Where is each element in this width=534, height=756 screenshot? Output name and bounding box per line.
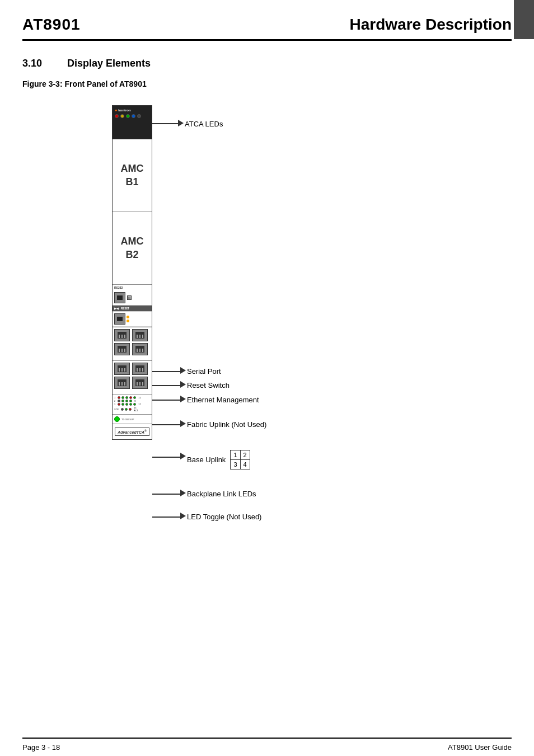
rj45-base-inner-2 xyxy=(135,365,144,372)
footer: Page 3 - 18 AT8901 User Guide xyxy=(0,738,534,756)
bp-led-5 xyxy=(133,396,136,399)
eth-inner xyxy=(117,317,123,321)
ethernet-icon xyxy=(114,313,125,325)
ethernet-mgmt-block xyxy=(113,312,152,327)
led-3 xyxy=(126,114,130,118)
rs232-label: RS232 xyxy=(113,285,152,290)
bp-led-1 xyxy=(118,396,120,399)
eth-led-group xyxy=(127,316,129,322)
figure-caption: Figure 3-3: Front Panel of AT8901 xyxy=(0,69,534,94)
rj45-inner-2 xyxy=(135,332,144,339)
cell-2: 2 xyxy=(240,450,250,460)
reset-switch-label: Reset Switch xyxy=(187,380,229,390)
cell-4: 4 xyxy=(240,460,250,469)
fabric-port-1 xyxy=(114,329,130,341)
base-line xyxy=(152,457,183,458)
bp-led-4 xyxy=(129,396,132,399)
led-row-2: 2 9 xyxy=(114,400,150,402)
rj45-base-inner-4 xyxy=(135,379,144,386)
atca-leds-row xyxy=(115,114,141,118)
atca-led-label: ATCA LEDs xyxy=(185,119,223,129)
kontron-logo: ● kontron xyxy=(115,108,131,112)
panel-bottom: AdvancedTCA® xyxy=(113,424,152,439)
rj45-inner-1 xyxy=(118,332,127,339)
base-port-1 xyxy=(114,363,130,375)
bp-led-11 xyxy=(121,403,124,406)
section-number: 3.10 xyxy=(22,58,67,69)
atca-logo: AdvancedTCA® xyxy=(115,428,149,436)
bp-led-16 xyxy=(125,408,128,411)
ethernet-line xyxy=(152,400,183,401)
doc-title: Hardware Description xyxy=(350,16,512,34)
reset-arrow-icon: ▶◀ xyxy=(114,307,119,310)
bp-led-8 xyxy=(125,400,128,402)
footer-guide: AT8901 User Guide xyxy=(448,743,512,752)
serial-led: □ xyxy=(127,295,132,300)
cell-3: 3 xyxy=(231,460,240,469)
led-toggle-section: TD 300 SUP xyxy=(113,415,152,424)
bp-led-12 xyxy=(125,403,128,406)
serial-port-icon xyxy=(114,292,125,303)
led-row-3: 3 17 xyxy=(114,403,150,406)
rj45-inner-4 xyxy=(135,346,144,353)
backplane-line xyxy=(152,494,183,495)
cell-1: 1 xyxy=(231,450,240,460)
bp-led-7 xyxy=(121,400,124,402)
serial-port-inner xyxy=(117,295,123,300)
diagram-area: ATCA LEDs ● kontron AMCB1 AMCB2 xyxy=(0,94,534,553)
amc-b1-section: AMCB1 xyxy=(113,139,152,212)
amc-b1-label: AMCB1 xyxy=(121,162,144,189)
fabric-arrow xyxy=(180,420,186,427)
eth-led-top xyxy=(127,316,129,318)
footer-content: Page 3 - 18 AT8901 User Guide xyxy=(0,739,534,756)
header: AT8901 Hardware Description xyxy=(0,0,534,34)
rj45-base-inner-1 xyxy=(118,365,127,372)
footer-page: Page 3 - 18 xyxy=(22,743,60,752)
bp-led-14 xyxy=(133,403,136,406)
base-port-3 xyxy=(114,377,130,389)
bp-led-10 xyxy=(118,403,120,406)
doc-id: AT8901 xyxy=(22,16,81,34)
base-arrow xyxy=(180,453,186,459)
serial-port-line xyxy=(152,371,183,372)
rj45-base-inner-3 xyxy=(118,379,127,386)
bp-led-3 xyxy=(125,396,128,399)
ethernet-mgmt-label: Ethernet Management xyxy=(187,395,259,405)
base-port-pair-1 xyxy=(114,363,150,375)
amc-b2-section: AMCB2 xyxy=(113,212,152,285)
led-1 xyxy=(115,114,119,118)
fabric-port-pair-1 xyxy=(114,329,150,341)
atca-led-arrow xyxy=(178,120,184,126)
bp-led-15 xyxy=(121,408,124,411)
bp-led-9 xyxy=(129,400,132,402)
reset-switch-arrow xyxy=(180,381,186,388)
led-toggle-line xyxy=(152,516,183,518)
led-row-4: STR 15ACT xyxy=(114,406,150,412)
base-uplink-section xyxy=(113,361,152,395)
backplane-arrow xyxy=(180,490,186,496)
backplane-led-section: 1 11 2 9 3 xyxy=(113,395,152,415)
led-4 xyxy=(132,114,135,118)
base-port-2 xyxy=(132,363,148,375)
reset-block[interactable]: ▶◀ RESET xyxy=(113,306,152,312)
base-uplink-table: 1 2 3 4 xyxy=(230,450,250,469)
bp-led-17 xyxy=(129,408,132,411)
amc-b2-label: AMCB2 xyxy=(121,235,144,261)
led-row-1: 1 11 xyxy=(114,396,150,399)
base-uplink-group: Base Uplink 1 2 3 4 xyxy=(187,450,250,469)
led-5 xyxy=(137,114,141,118)
led-2 xyxy=(120,114,124,118)
led-toggle-label: LED Toggle (Not Used) xyxy=(187,511,261,522)
bp-led-2 xyxy=(121,396,124,399)
fabric-port-2 xyxy=(132,329,148,341)
fabric-port-4 xyxy=(132,343,148,355)
base-port-4 xyxy=(132,377,148,389)
rj45-inner-3 xyxy=(118,346,127,353)
section-heading: 3.10 Display Elements xyxy=(0,41,534,69)
led-toggle-arrow xyxy=(180,513,186,519)
fabric-uplink-section xyxy=(113,327,152,361)
backplane-leds-label: Backplane Link LEDs xyxy=(187,489,256,499)
reset-label: RESET xyxy=(121,307,129,310)
fabric-uplink-label: Fabric Uplink (Not Used) xyxy=(187,419,266,429)
corner-tab xyxy=(514,0,534,39)
